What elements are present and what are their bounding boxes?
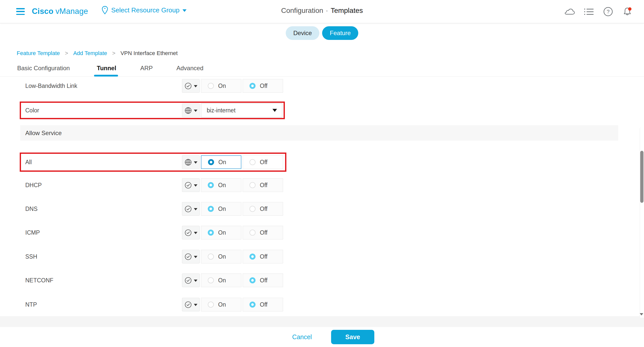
notification-bell-icon[interactable] [622,6,633,17]
scope-dropdown-button[interactable] [182,226,200,239]
breadcrumb-separator: > [65,50,68,57]
form-row: SSH On Off [20,250,283,263]
radio-off-option[interactable]: Off [243,298,283,311]
color-select-value: biz-internet [207,107,272,114]
template-mode-row: Device Feature [0,23,644,44]
radio-on-option[interactable]: On [201,274,241,287]
breadcrumb: Feature Template > Add Template > VPN In… [17,50,178,57]
radio-on-option[interactable]: On [201,226,241,239]
radio-group: On Off [201,298,283,311]
radio-on-option[interactable]: On [201,298,241,311]
field-controls: On Off [182,202,283,216]
radio-off-option[interactable]: Off [243,274,283,287]
radio-on-option[interactable]: On [201,178,241,192]
color-select-dropdown[interactable]: biz-internet [201,103,282,117]
radio-off-circle [249,83,256,89]
chevron-down-icon [194,161,197,164]
chevron-down-icon [194,85,197,87]
form-row: ICMP On Off [20,226,283,239]
section-header-label: Allow Service [20,130,62,137]
radio-on-option[interactable]: On [201,202,241,216]
scope-dropdown-button[interactable] [182,104,200,117]
radio-off-option[interactable]: Off [243,79,283,93]
radio-off-circle [249,302,256,308]
radio-on-label: On [218,277,226,284]
radio-on-option[interactable]: On [201,79,241,93]
field-controls: On Off [182,250,283,263]
scope-dropdown-button[interactable] [182,274,200,287]
allow-service-section-header: Allow Service [20,125,618,141]
scrollbar-down-arrow-icon[interactable] [640,313,643,315]
breadcrumb-add-template[interactable]: Add Template [73,50,107,57]
field-controls: On Off [182,226,283,239]
radio-on-label: On [218,182,226,189]
page-title: Configuration·Templates [0,7,644,15]
field-controls: biz-internet [182,103,282,117]
cancel-button[interactable]: Cancel [291,330,313,344]
scope-dropdown-button[interactable] [182,155,200,169]
radio-group: On Off [201,155,283,169]
radio-off-option[interactable]: Off [243,202,283,216]
scope-dropdown-button[interactable] [182,178,200,192]
form-row: DNS On Off [20,202,283,216]
field-label: DNS [20,206,38,212]
save-button[interactable]: Save [331,330,374,344]
chevron-down-icon [194,184,197,187]
radio-off-option[interactable]: Off [243,155,283,169]
template-mode-toggle: Device Feature [286,26,358,40]
dropdown-caret-icon [272,109,277,112]
radio-off-circle [249,230,256,236]
radio-off-circle [249,254,256,260]
field-label: Low-Bandwidth Link [20,83,77,89]
globe-icon [184,107,192,114]
template-tabbar: Basic Configuration Tunnel ARP Advanced [0,61,644,77]
form-row: Color [20,102,285,119]
tab-arp[interactable]: ARP [140,65,153,72]
page-title-separator: · [326,7,328,14]
form-row: NTP On Off [20,298,283,311]
globe-icon [184,158,192,166]
app-header: CiscovManage Select Resource Group Confi… [0,0,644,23]
radio-off-label: Off [260,182,267,189]
radio-on-label: On [218,83,226,89]
check-circle-icon [184,277,192,284]
chevron-down-icon [194,280,197,282]
scope-dropdown-button[interactable] [182,298,200,311]
cloud-icon[interactable] [564,6,575,17]
field-label: NTP [20,301,37,308]
form-row: Low-Bandwidth Link On Off [20,79,283,93]
radio-on-option[interactable]: On [201,250,241,263]
radio-off-circle [249,159,256,165]
device-pill-button[interactable]: Device [286,26,319,40]
svg-text:?: ? [607,9,609,14]
radio-on-label: On [218,253,226,260]
field-controls: On Off [182,155,283,169]
scope-dropdown-button[interactable] [182,202,200,216]
radio-on-label: On [218,206,226,212]
scope-dropdown-button[interactable] [182,250,200,263]
radio-off-option[interactable]: Off [243,178,283,192]
radio-on-circle [208,230,214,236]
tab-basic-configuration[interactable]: Basic Configuration [17,65,70,72]
radio-off-label: Off [260,277,267,284]
radio-off-option[interactable]: Off [243,250,283,263]
tab-tunnel[interactable]: Tunnel [97,65,116,72]
field-controls: On Off [182,274,283,287]
radio-off-label: Off [260,206,267,212]
radio-group: On Off [201,274,283,287]
radio-on-circle [208,254,214,260]
radio-group: On Off [201,178,283,192]
task-list-icon[interactable] [583,6,594,17]
help-icon[interactable]: ? [603,6,614,17]
breadcrumb-feature-template[interactable]: Feature Template [17,50,60,57]
radio-off-option[interactable]: Off [243,226,283,239]
breadcrumb-separator: > [112,50,116,57]
page-title-section: Configuration [281,7,323,14]
scope-dropdown-button[interactable] [182,79,200,93]
tab-advanced[interactable]: Advanced [176,65,203,72]
field-label: NETCONF [20,277,53,284]
radio-on-option[interactable]: On [201,155,241,169]
scrollbar-thumb[interactable] [640,151,643,203]
feature-pill-button[interactable]: Feature [322,26,358,40]
breadcrumb-current-page: VPN Interface Ethernet [121,50,178,57]
